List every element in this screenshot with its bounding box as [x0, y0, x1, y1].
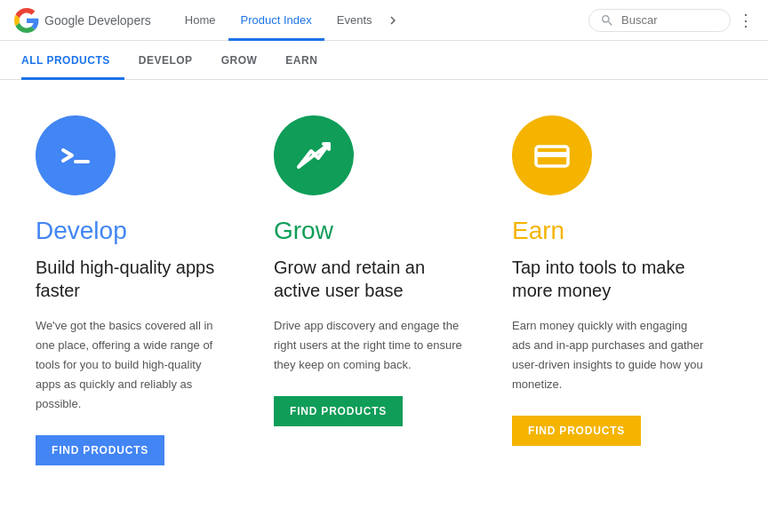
top-navigation: Google Developers Home Product Index Eve…	[0, 0, 768, 41]
svg-rect-3	[536, 152, 568, 157]
grow-icon-circle	[274, 115, 354, 195]
earn-title: Earn	[512, 217, 706, 245]
earn-money-icon	[529, 132, 575, 179]
develop-icon-circle	[36, 115, 116, 195]
earn-subtitle: Tap into tools to make more money	[512, 256, 706, 302]
more-options-button[interactable]: ⋮	[738, 11, 754, 30]
earn-find-products-button[interactable]: FIND PRODUCTS	[512, 416, 641, 446]
grow-desc: Drive app discovery and engage the right…	[274, 316, 468, 375]
nav-events[interactable]: Events	[324, 0, 385, 41]
sub-navigation: ALL PRODUCTS DEVELOP GROW EARN	[0, 41, 768, 80]
grow-card: Grow Grow and retain an active user base…	[256, 115, 494, 465]
search-icon	[600, 13, 614, 28]
main-content: Develop Build high-quality apps faster W…	[0, 80, 768, 519]
grow-subtitle: Grow and retain an active user base	[274, 256, 468, 302]
grow-find-products-button[interactable]: FIND PRODUCTS	[274, 396, 403, 426]
svg-marker-1	[299, 144, 329, 167]
terminal-icon	[54, 134, 97, 177]
search-input[interactable]	[621, 13, 710, 27]
subnav-earn[interactable]: EARN	[271, 41, 332, 80]
develop-desc: We've got the basics covered all in one …	[36, 316, 229, 414]
logo-area[interactable]: Google Developers	[14, 8, 151, 33]
earn-icon-circle	[512, 115, 592, 195]
develop-find-products-button[interactable]: FIND PRODUCTS	[36, 435, 164, 465]
nav-product-index[interactable]: Product Index	[228, 0, 324, 41]
grow-chart-icon	[292, 133, 336, 178]
nav-home[interactable]: Home	[172, 0, 228, 41]
subnav-develop[interactable]: DEVELOP	[124, 41, 207, 80]
nav-more-button[interactable]	[385, 12, 401, 28]
search-area	[588, 9, 731, 32]
top-nav-links: Home Product Index Events	[172, 0, 588, 41]
chevron-right-icon	[385, 12, 401, 28]
google-logo-icon	[14, 8, 39, 33]
subnav-all-products[interactable]: ALL PRODUCTS	[21, 41, 124, 80]
develop-title: Develop	[36, 217, 229, 245]
develop-subtitle: Build high-quality apps faster	[36, 256, 229, 302]
grow-title: Grow	[274, 217, 468, 245]
develop-card: Develop Build high-quality apps faster W…	[36, 115, 256, 465]
earn-desc: Earn money quickly with engaging ads and…	[512, 316, 706, 394]
logo-text: Google Developers	[44, 13, 151, 28]
subnav-grow[interactable]: GROW	[207, 41, 272, 80]
earn-card: Earn Tap into tools to make more money E…	[494, 115, 732, 465]
